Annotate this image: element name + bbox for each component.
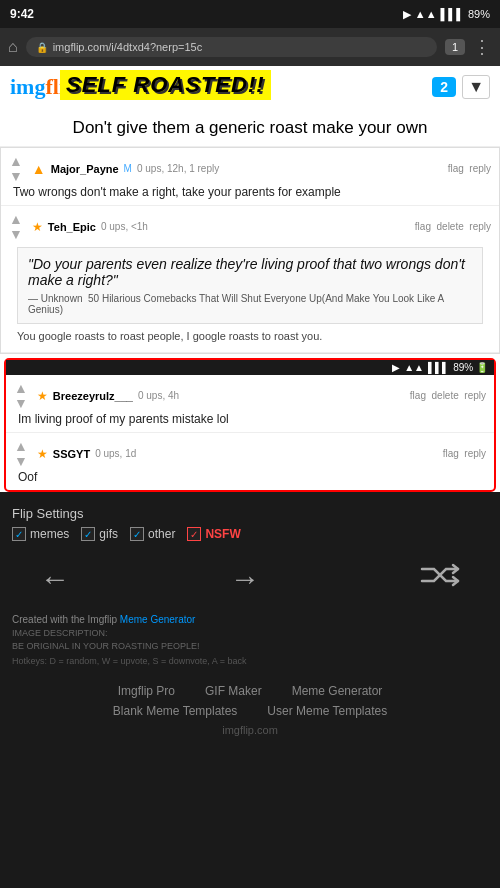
- footer-link-blank[interactable]: Blank Meme Templates: [113, 704, 238, 718]
- hotkeys-text: Hotkeys: D = random, W = upvote, S = dow…: [12, 656, 488, 666]
- downvote-icon-3[interactable]: ▼: [14, 396, 28, 410]
- checkbox-gifs[interactable]: ✓ gifs: [81, 527, 118, 541]
- comment-header: ▲ ▼ ▲ Major_Payne M 0 ups, 12h, 1 reply …: [9, 154, 491, 183]
- checkbox-memes[interactable]: ✓ memes: [12, 527, 69, 541]
- url-text: imgflip.com/i/4dtxd4?nerp=15c: [53, 41, 203, 53]
- upvote-icon-2[interactable]: ▲: [9, 212, 23, 226]
- browser-bar: ⌂ 🔒 imgflip.com/i/4dtxd4?nerp=15c 1 ⋮: [0, 28, 500, 66]
- status-bar: 9:42 ▶ ▲▲ ▌▌▌ 89%: [0, 0, 500, 28]
- flip-settings-title: Flip Settings: [12, 506, 488, 521]
- meme-generator-link[interactable]: Meme Generator: [120, 614, 196, 625]
- comment-header-2: ▲ ▼ ★ Teh_Epic 0 ups, <1h flag delete re…: [9, 212, 491, 241]
- downvote-icon-4[interactable]: ▼: [14, 454, 28, 468]
- nav-arrows: ← →: [0, 551, 500, 606]
- battery-indicator: 89%: [468, 8, 490, 20]
- upvote-icon-4[interactable]: ▲: [14, 439, 28, 453]
- checkbox-memes-label: memes: [30, 527, 69, 541]
- gender-badge: M: [124, 163, 132, 174]
- notification-badge[interactable]: 2: [432, 77, 456, 97]
- tab-count[interactable]: 1: [445, 39, 465, 55]
- comment-username-2: Teh_Epic: [48, 221, 96, 233]
- checkboxes-row: ✓ memes ✓ gifs ✓ other ✓ NSFW: [12, 527, 488, 541]
- quote-source: — Unknown 50 Hilarious Comebacks That Wi…: [28, 293, 472, 315]
- bluetooth-icon: ▶: [403, 8, 411, 21]
- wifi-icon: ▲▲: [415, 8, 437, 20]
- voted-icon: ▲: [32, 161, 46, 177]
- footer-link-gif[interactable]: GIF Maker: [205, 684, 262, 698]
- footer-link-user[interactable]: User Meme Templates: [267, 704, 387, 718]
- username-ssgyt: SSGYT: [53, 448, 90, 460]
- checkbox-gifs-box[interactable]: ✓: [81, 527, 95, 541]
- flag-delete-reply-3[interactable]: flag delete reply: [410, 390, 486, 401]
- ssgyt-meta: 0 ups, 1d: [95, 448, 136, 459]
- inner-wifi: ▲▲: [404, 362, 424, 373]
- vote-arrows-3[interactable]: ▲ ▼: [14, 381, 28, 410]
- username-breezeyrulz: Breezeyrulz___: [53, 390, 133, 402]
- flag-delete-reply[interactable]: flag delete reply: [415, 221, 491, 232]
- comment-breezeyrulz: ▲ ▼ ★ Breezeyrulz___ 0 ups, 4h flag dele…: [6, 375, 494, 433]
- main-content: imgflip SELF ROASTED!! 2 ▼ Don't give th…: [0, 66, 500, 492]
- lock-icon: 🔒: [36, 42, 48, 53]
- checkbox-nsfw[interactable]: ✓ NSFW: [187, 527, 240, 541]
- footer-info: Created with the Imgflip Meme Generator …: [0, 606, 500, 674]
- comment-username: Major_Payne: [51, 163, 119, 175]
- imgflip-brand: imgflip.com: [0, 724, 500, 742]
- comment-ssgyt: ▲ ▼ ★ SSGYT 0 ups, 1d flag reply Oof: [6, 433, 494, 490]
- comment-teh-epic: ▲ ▼ ★ Teh_Epic 0 ups, <1h flag delete re…: [1, 206, 499, 353]
- flag-reply-4[interactable]: flag reply: [443, 448, 486, 459]
- upvote-icon[interactable]: ▲: [9, 154, 23, 168]
- flag-reply-links[interactable]: flag reply: [448, 163, 491, 174]
- checkbox-other-box[interactable]: ✓: [130, 527, 144, 541]
- google-text: You google roasts to roast people, I goo…: [17, 330, 483, 342]
- footer-link-meme[interactable]: Meme Generator: [292, 684, 383, 698]
- image-desc-text: BE ORIGINAL IN YOUR ROASTING PEOPLE!: [12, 641, 488, 651]
- home-icon[interactable]: ⌂: [8, 38, 18, 56]
- browser-menu-icon[interactable]: ⋮: [473, 36, 492, 58]
- checkbox-gifs-label: gifs: [99, 527, 118, 541]
- imgflip-header: imgflip SELF ROASTED!! 2 ▼: [0, 66, 500, 108]
- breezeyrulz-text: Im living proof of my parents mistake lo…: [18, 412, 486, 426]
- comment-votes: 0 ups, 12h, 1 reply: [137, 163, 219, 174]
- footer-links-row-2: Blank Meme Templates User Meme Templates: [0, 704, 500, 718]
- comment-header-4: ▲ ▼ ★ SSGYT 0 ups, 1d flag reply: [14, 439, 486, 468]
- highlight-box: ▶ ▲▲ ▌▌▌ 89% 🔋 ▲ ▼ ★ Breezeyrulz___ 0 up…: [4, 358, 496, 492]
- comment-section: ▲ ▼ ▲ Major_Payne M 0 ups, 12h, 1 reply …: [0, 147, 500, 354]
- star-icon-4: ★: [37, 447, 48, 461]
- footer-links-row-1: Imgflip Pro GIF Maker Meme Generator: [0, 684, 500, 698]
- back-arrow-icon[interactable]: ←: [40, 562, 70, 596]
- comment-votes-2: 0 ups, <1h: [101, 221, 148, 232]
- inner-battery: 89% 🔋: [453, 362, 488, 373]
- downvote-icon-2[interactable]: ▼: [9, 227, 23, 241]
- checkbox-other-label: other: [148, 527, 175, 541]
- checkbox-nsfw-label: NSFW: [205, 527, 240, 541]
- status-icons: ▶ ▲▲ ▌▌▌ 89%: [403, 8, 490, 21]
- post-title: Don't give them a generic roast make you…: [0, 108, 500, 147]
- vote-arrows-2[interactable]: ▲ ▼: [9, 212, 23, 241]
- breezeyrulz-meta: 0 ups, 4h: [138, 390, 179, 401]
- footer-links: Imgflip Pro GIF Maker Meme Generator Bla…: [0, 674, 500, 747]
- checkbox-memes-box[interactable]: ✓: [12, 527, 26, 541]
- downvote-icon[interactable]: ▼: [9, 169, 23, 183]
- inner-bluetooth: ▶: [392, 362, 400, 373]
- comment-body: Two wrongs don't make a right, take your…: [13, 185, 491, 199]
- checkbox-nsfw-box[interactable]: ✓: [187, 527, 201, 541]
- status-time: 9:42: [10, 7, 34, 21]
- quote-box: "Do your parents even realize they're li…: [17, 247, 483, 324]
- footer-link-pro[interactable]: Imgflip Pro: [118, 684, 175, 698]
- vote-arrows-4[interactable]: ▲ ▼: [14, 439, 28, 468]
- vote-arrows[interactable]: ▲ ▼: [9, 154, 23, 183]
- ssgyt-text: Oof: [18, 470, 486, 484]
- upvote-icon-3[interactable]: ▲: [14, 381, 28, 395]
- inner-status-bar: ▶ ▲▲ ▌▌▌ 89% 🔋: [6, 360, 494, 375]
- self-roasted-overlay: SELF ROASTED!!: [60, 70, 271, 100]
- image-desc-label: IMAGE DESCRIPTION:: [12, 628, 488, 638]
- url-bar[interactable]: 🔒 imgflip.com/i/4dtxd4?nerp=15c: [26, 37, 437, 57]
- star-icon-3: ★: [37, 389, 48, 403]
- forward-arrow-icon[interactable]: →: [230, 562, 260, 596]
- comment-header-3: ▲ ▼ ★ Breezeyrulz___ 0 ups, 4h flag dele…: [14, 381, 486, 410]
- quote-text: "Do your parents even realize they're li…: [28, 256, 472, 288]
- shuffle-icon[interactable]: [420, 561, 460, 596]
- inner-signal: ▌▌▌: [428, 362, 449, 373]
- dropdown-arrow-icon[interactable]: ▼: [462, 75, 490, 99]
- checkbox-other[interactable]: ✓ other: [130, 527, 175, 541]
